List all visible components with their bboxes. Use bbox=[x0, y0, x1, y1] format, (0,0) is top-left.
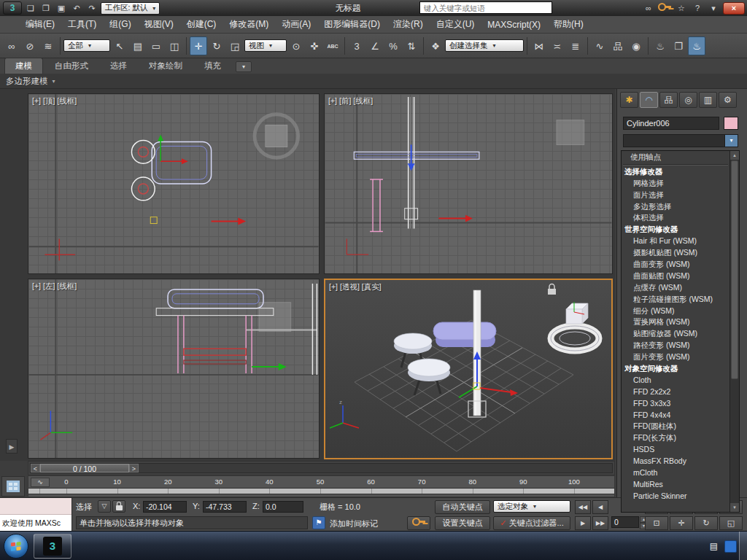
align-icon[interactable]: ≍ bbox=[549, 36, 566, 55]
z-coordinate-input[interactable] bbox=[263, 501, 303, 513]
modifier-option[interactable]: 摄影机贴图 (WSM) bbox=[622, 247, 729, 259]
menu-graph-editors[interactable]: 图形编辑器(D) bbox=[317, 16, 387, 33]
box-object[interactable] bbox=[566, 302, 588, 324]
viewport-shading-menu[interactable]: [线框] bbox=[57, 96, 77, 106]
move-gizmo[interactable] bbox=[150, 135, 246, 225]
render-setup-icon[interactable]: ♨ bbox=[651, 36, 669, 55]
scroll-down-icon[interactable]: ▼ bbox=[730, 503, 739, 512]
viewcube[interactable] bbox=[255, 114, 298, 158]
menu-help[interactable]: 帮助(H) bbox=[547, 16, 590, 33]
modifier-option[interactable]: 多边形选择 bbox=[622, 201, 729, 213]
viewport-general-menu[interactable]: [+] bbox=[32, 96, 41, 106]
rendered-frame-window-icon[interactable]: ❐ bbox=[670, 36, 687, 55]
viewport-top-scene[interactable] bbox=[28, 94, 319, 273]
object-color-swatch[interactable] bbox=[724, 117, 738, 130]
select-and-move-icon[interactable]: ✛ bbox=[190, 36, 207, 55]
move-gizmo[interactable] bbox=[408, 144, 473, 222]
modifier-option[interactable]: 网格选择 bbox=[622, 178, 729, 190]
ribbon-tab-modeling[interactable]: 建模 bbox=[4, 58, 43, 74]
viewport-front[interactable]: [+] [前] [线框] bbox=[324, 93, 613, 274]
material-editor-icon[interactable]: ◉ bbox=[627, 36, 645, 55]
undo-icon[interactable]: ↶ bbox=[70, 1, 83, 15]
viewport-left[interactable]: [+] [左] [线框] bbox=[28, 279, 320, 459]
key-filters-button[interactable]: ✓ 关键点过滤器... bbox=[493, 516, 570, 530]
show-desktop-button[interactable] bbox=[739, 532, 747, 560]
modifier-option[interactable]: MultiRes bbox=[622, 479, 729, 491]
track-bar[interactable]: ∿ 0 10 20 30 40 50 60 70 80 90 100 bbox=[28, 475, 615, 497]
listener-pane[interactable]: 欢迎使用 MAXSc bbox=[0, 515, 71, 532]
selection-filter-dropdown[interactable]: 全部 ▾ bbox=[63, 39, 110, 52]
scrollbar-thumb[interactable] bbox=[731, 160, 738, 379]
ribbon-tab-freeform[interactable]: 自由形式 bbox=[44, 58, 98, 74]
previous-frame-button[interactable]: ◀ bbox=[592, 500, 608, 514]
stool-object[interactable] bbox=[408, 359, 450, 395]
menu-create[interactable]: 创建(C) bbox=[180, 16, 223, 33]
unlink-selection-icon[interactable]: ⊘ bbox=[21, 36, 39, 55]
move-gizmo[interactable] bbox=[252, 363, 287, 370]
viewport-pov-menu[interactable]: [顶] bbox=[43, 96, 55, 106]
play-button[interactable]: ▶ bbox=[575, 516, 591, 530]
menu-tools[interactable]: 工具(T) bbox=[61, 16, 103, 33]
modifier-option[interactable]: FFD(圆柱体) bbox=[622, 421, 729, 432]
curve-editor-icon[interactable]: ∿ bbox=[591, 36, 608, 55]
select-object-icon[interactable]: ↖ bbox=[111, 36, 128, 55]
x-coordinate-input[interactable] bbox=[143, 501, 187, 513]
named-selection-sets-dropdown[interactable]: 创建选择集 ▾ bbox=[445, 39, 524, 52]
modifier-list-combobox[interactable]: ▾ bbox=[623, 134, 738, 147]
modifier-option[interactable]: FFD 4x4x4 bbox=[622, 410, 729, 421]
viewport-shading-menu[interactable]: [真实] bbox=[362, 282, 382, 292]
menu-animation[interactable]: 动画(A) bbox=[275, 16, 317, 33]
torus-object[interactable] bbox=[551, 326, 599, 351]
key-target-dropdown[interactable]: 选定对象 ▾ bbox=[493, 500, 570, 513]
polygon-modeling-panel[interactable]: 多边形建模 bbox=[6, 76, 48, 87]
ribbon-tab-populate[interactable]: 填充 bbox=[194, 58, 231, 74]
new-scene-icon[interactable]: ❏ bbox=[24, 1, 37, 15]
ribbon-options-chevron-icon[interactable]: ▾ bbox=[236, 61, 252, 72]
display-tab-icon[interactable]: ▥ bbox=[699, 92, 717, 108]
select-and-scale-icon[interactable]: ◲ bbox=[226, 36, 244, 55]
menu-group[interactable]: 组(G) bbox=[103, 16, 137, 33]
utilities-tab-icon[interactable]: ⚙ bbox=[719, 92, 737, 108]
modifier-option[interactable]: 面片变形 (WSM) bbox=[622, 351, 729, 363]
bind-to-space-warp-icon[interactable]: ≋ bbox=[39, 36, 57, 55]
viewport-front-scene[interactable] bbox=[325, 94, 612, 273]
set-key-button[interactable] bbox=[407, 516, 430, 530]
tray-app-icon[interactable] bbox=[724, 540, 737, 553]
zoom-region-icon[interactable]: ⊡ bbox=[645, 516, 668, 530]
modifier-option[interactable]: 使用轴点 bbox=[622, 152, 729, 163]
use-pivot-center-icon[interactable]: ⊙ bbox=[287, 36, 305, 55]
render-production-icon[interactable]: ♨ bbox=[688, 36, 705, 55]
viewport-perspective[interactable]: [+] [透视] [真实] bbox=[324, 279, 613, 459]
select-and-rotate-icon[interactable]: ↻ bbox=[208, 36, 225, 55]
cushion-object[interactable] bbox=[433, 322, 496, 347]
close-button[interactable]: × bbox=[723, 2, 745, 15]
maximize-viewport-toggle-icon[interactable]: ◱ bbox=[719, 516, 743, 530]
percent-snap-icon[interactable]: % bbox=[384, 36, 402, 55]
menu-rendering[interactable]: 渲染(R) bbox=[387, 16, 430, 33]
go-to-start-button[interactable]: ◀◀ bbox=[575, 500, 591, 514]
menu-edit[interactable]: 编辑(E) bbox=[19, 16, 61, 33]
viewport-general-menu[interactable]: [+] bbox=[32, 281, 41, 292]
y-coordinate-input[interactable] bbox=[203, 501, 247, 513]
open-mini-curve-editor-button[interactable]: ∿ bbox=[31, 478, 50, 487]
create-tab-icon[interactable]: ✱ bbox=[620, 92, 638, 108]
macro-recorder-pane[interactable] bbox=[0, 498, 71, 515]
pan-view-icon[interactable]: ✛ bbox=[670, 516, 693, 530]
time-slider-handle[interactable]: 0 / 100 bbox=[40, 464, 129, 472]
selection-lock-toggle[interactable] bbox=[112, 500, 125, 513]
rectangular-selection-region-icon[interactable]: ▭ bbox=[147, 36, 165, 55]
viewport-left-scene[interactable] bbox=[28, 279, 319, 458]
viewport-pov-menu[interactable]: [透视] bbox=[340, 282, 360, 292]
add-time-tag-label[interactable]: 添加时间标记 bbox=[330, 518, 378, 529]
modifier-option[interactable]: 置换网格 (WSM) bbox=[622, 316, 729, 328]
go-to-end-button[interactable]: ▶▶ bbox=[592, 516, 608, 530]
modifier-option[interactable]: HSDS bbox=[622, 444, 729, 456]
previous-frame-button[interactable]: < bbox=[31, 464, 40, 472]
save-file-icon[interactable]: ▣ bbox=[55, 1, 68, 15]
track-bar-band[interactable] bbox=[28, 488, 614, 494]
select-by-name-icon[interactable]: ▤ bbox=[129, 36, 147, 55]
orbit-icon[interactable]: ↻ bbox=[694, 516, 718, 530]
layer-manager-icon[interactable]: ≣ bbox=[567, 36, 584, 55]
modifier-option[interactable]: 点缓存 (WSM) bbox=[622, 282, 729, 294]
maxscript-mini-listener[interactable]: 欢迎使用 MAXSc bbox=[0, 498, 72, 532]
